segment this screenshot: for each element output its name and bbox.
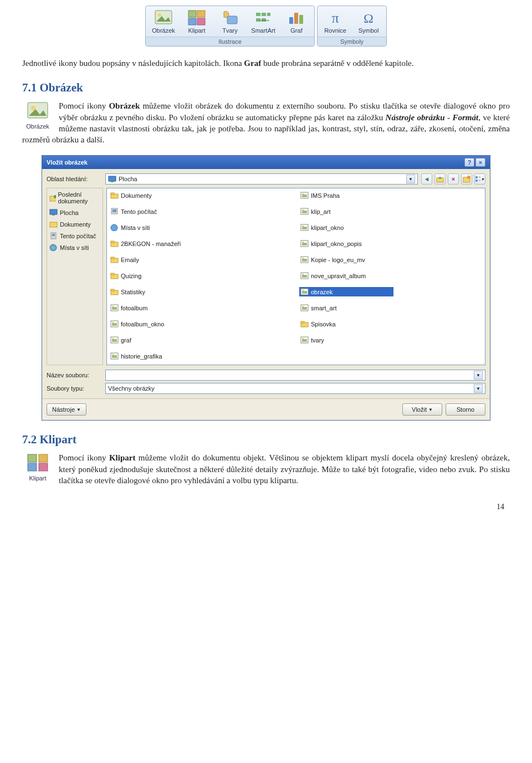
chevron-down-icon[interactable]: ▼ — [474, 371, 483, 380]
file-item[interactable]: Dokumenty — [109, 191, 203, 200]
file-item[interactable]: tvary — [299, 335, 393, 345]
file-type-icon — [110, 352, 119, 360]
file-item[interactable]: nove_upravit_album — [299, 271, 393, 280]
svg-rect-20 — [111, 181, 114, 182]
search-area-combo[interactable]: Plocha ▼ — [105, 173, 418, 185]
filetype-combo[interactable]: Všechny obrázky ▼ — [105, 383, 485, 394]
file-item[interactable]: klipart_okno_popis — [299, 239, 393, 248]
views-button[interactable]: ▼ — [474, 173, 485, 185]
ribbon-klipart-button[interactable]: Klipart — [182, 8, 211, 35]
svg-rect-71 — [302, 243, 307, 245]
svg-rect-86 — [301, 321, 304, 323]
svg-rect-59 — [112, 355, 117, 358]
file-item[interactable]: IMS Praha — [299, 191, 393, 200]
file-item[interactable]: klipart_okno — [299, 223, 393, 232]
place-item[interactable]: Plocha — [48, 207, 101, 218]
svg-point-1 — [158, 13, 161, 17]
chart-icon — [287, 9, 306, 26]
file-item[interactable]: graf — [109, 335, 203, 345]
svg-rect-44 — [111, 257, 114, 259]
back-button[interactable]: ◄ — [421, 173, 432, 185]
svg-rect-74 — [302, 259, 307, 262]
svg-rect-19 — [109, 176, 116, 181]
smartart-icon — [254, 9, 273, 26]
up-folder-button[interactable] — [434, 173, 446, 185]
ribbon-obrazek-button[interactable]: Obrázek — [149, 8, 178, 35]
svg-rect-3 — [197, 11, 205, 17]
svg-rect-77 — [302, 275, 307, 278]
section-7-1-paragraph: Obrázek Pomocí ikony Obrázek můžeme vlož… — [22, 100, 510, 145]
place-icon — [49, 194, 56, 202]
file-item[interactable]: klip_art — [299, 207, 393, 216]
file-item[interactable]: Emaily — [109, 255, 203, 264]
file-item[interactable]: smart_art — [299, 303, 393, 313]
place-item[interactable]: Dokumenty — [48, 219, 101, 229]
file-item[interactable]: Quizing — [109, 271, 203, 280]
file-type-icon — [110, 256, 119, 263]
svg-rect-53 — [112, 323, 117, 326]
insert-button[interactable]: Vložit▼ — [402, 403, 442, 416]
file-item[interactable]: obrazek — [299, 287, 393, 296]
close-icon[interactable]: × — [475, 158, 485, 167]
ribbon-rovnice-button[interactable]: π Rovnice — [321, 8, 350, 35]
file-item[interactable]: fotoalbum_okno — [109, 319, 203, 329]
file-item[interactable]: Statistiky — [109, 287, 203, 296]
svg-rect-92 — [28, 463, 37, 471]
file-item[interactable]: Tento počítač — [109, 207, 203, 216]
svg-rect-30 — [50, 209, 57, 214]
place-item[interactable]: Místa v síti — [48, 242, 101, 253]
file-type-icon — [300, 288, 309, 295]
chevron-down-icon[interactable]: ▼ — [474, 384, 483, 393]
new-folder-button[interactable] — [461, 173, 472, 185]
file-item[interactable]: 2BKEGON - manažeři — [109, 239, 203, 248]
chevron-down-icon[interactable]: ▼ — [406, 175, 415, 183]
ribbon-graf-button[interactable]: Graf — [282, 8, 311, 35]
ribbon-group-illustrations: Obrázek Klipart Tvary SmartArt — [145, 6, 315, 47]
file-item[interactable]: Místa v síti — [109, 223, 203, 232]
filename-input[interactable]: ▼ — [105, 370, 485, 381]
svg-point-75 — [303, 258, 304, 259]
svg-rect-8 — [262, 13, 266, 16]
folder-up-icon — [436, 175, 444, 183]
file-type-icon — [300, 208, 309, 215]
file-item[interactable]: fotoalbum — [109, 303, 203, 313]
file-type-icon — [300, 320, 309, 327]
ribbon-symbol-button[interactable]: Ω Symbol — [354, 8, 383, 35]
svg-rect-34 — [52, 234, 55, 236]
svg-point-40 — [111, 224, 117, 231]
svg-point-60 — [112, 354, 114, 355]
svg-rect-80 — [302, 291, 307, 294]
file-list-area[interactable]: DokumentyTento počítačMísta v síti2BKEGO… — [106, 188, 485, 365]
svg-rect-32 — [50, 222, 57, 227]
file-item[interactable]: historie_grafika — [109, 351, 203, 361]
ribbon-smartart-button[interactable]: SmartArt — [249, 8, 278, 35]
file-item[interactable]: Spisovka — [299, 319, 393, 329]
cancel-button[interactable]: Storno — [446, 403, 485, 416]
ribbon-toolbar: Obrázek Klipart Tvary SmartArt — [22, 6, 510, 47]
delete-button[interactable]: × — [448, 173, 459, 185]
tools-button[interactable]: Nástroje▼ — [47, 403, 86, 416]
filename-label: Název souboru: — [47, 372, 102, 378]
svg-rect-24 — [475, 176, 478, 178]
page-number: 14 — [22, 503, 510, 511]
svg-text:Ω: Ω — [364, 11, 374, 25]
file-type-icon — [110, 272, 119, 279]
help-icon[interactable]: ? — [464, 158, 474, 167]
svg-point-69 — [303, 226, 304, 227]
file-item[interactable]: Kopie - logo_eu_mv — [299, 255, 393, 264]
file-type-icon — [110, 320, 119, 327]
shapes-icon — [221, 9, 239, 26]
file-type-icon — [300, 240, 309, 247]
picture-icon — [154, 9, 173, 26]
file-type-icon — [110, 208, 119, 215]
place-item[interactable]: Poslední dokumenty — [48, 190, 101, 206]
clipart-icon — [27, 453, 49, 472]
file-type-icon — [110, 224, 119, 231]
ribbon-tvary-button[interactable]: Tvary — [216, 8, 244, 35]
svg-point-66 — [303, 209, 304, 211]
svg-rect-42 — [111, 241, 114, 243]
svg-rect-7 — [256, 13, 260, 16]
place-item[interactable]: Tento počítač — [48, 231, 101, 241]
heading-7-1: 7.1 Obrázek — [22, 81, 510, 95]
svg-rect-11 — [262, 18, 266, 22]
